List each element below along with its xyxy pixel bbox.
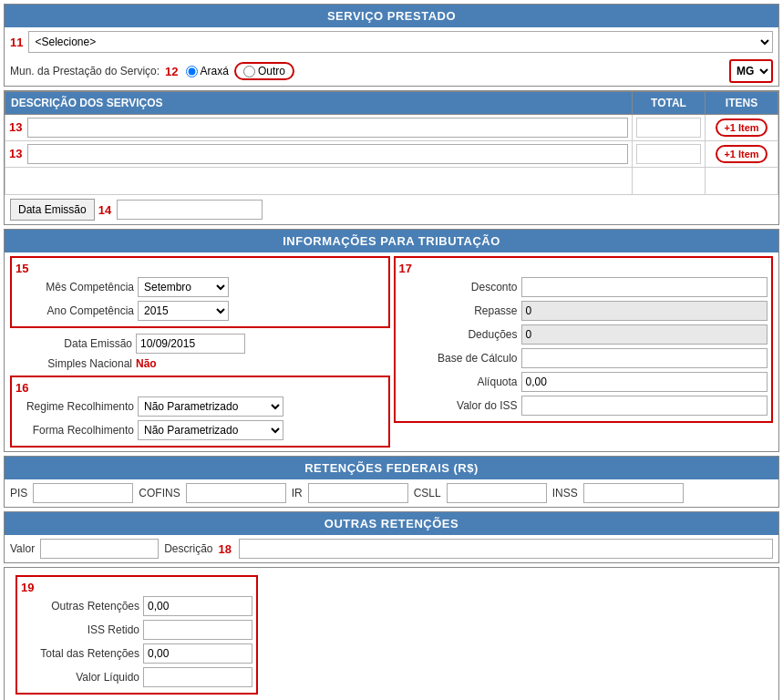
repasse-label: Repasse	[399, 304, 518, 317]
outras-ret-header: OUTRAS RETENÇÕES	[5, 512, 778, 535]
inss-label: INSS	[552, 487, 578, 499]
outras-ret-total-label: Outras Retenções	[21, 600, 139, 612]
iss-retido-input[interactable]	[143, 620, 252, 640]
item-btn-row1[interactable]: +1 Item	[716, 118, 767, 137]
ir-label: IR	[292, 487, 303, 499]
desconto-input[interactable]	[521, 277, 768, 297]
aliquota-label: Alíquota	[399, 376, 518, 388]
servico-number: 11	[10, 36, 23, 49]
retencoes-header: RETENÇÕES FEDERAIS (R$)	[5, 457, 778, 479]
base-label: Base de Cálculo	[399, 352, 518, 365]
radio-araxá-container: Araxá	[186, 65, 229, 77]
data-label: Data Emissão	[14, 337, 132, 350]
total-ret-input[interactable]	[143, 643, 252, 664]
deducoes-label: Deduções	[399, 328, 518, 341]
regime-label: Regime Recolhimento	[15, 400, 134, 413]
desc-col-header: DESCRIÇÃO DOS SERVIÇOS	[5, 92, 633, 115]
radio-araxá[interactable]	[186, 66, 198, 77]
state-select-container[interactable]: MG	[729, 59, 773, 83]
desc-row2-input[interactable]	[27, 144, 628, 164]
desc-row1-input[interactable]	[27, 118, 628, 138]
valor-liq-input[interactable]	[143, 667, 252, 687]
ano-label: Ano Competência	[15, 304, 134, 317]
pis-input[interactable]	[33, 483, 133, 503]
desc-row2-number: 13	[9, 147, 22, 160]
radio-araxá-label: Araxá	[201, 65, 229, 77]
mun-label: Mun. da Prestação do Serviço:	[10, 65, 160, 77]
iss-label: Valor do ISS	[399, 399, 518, 412]
csll-label: CSLL	[414, 487, 441, 499]
trib-number-right: 17	[399, 262, 412, 275]
pis-label: PIS	[10, 487, 27, 499]
total-col-header: TOTAL	[633, 92, 706, 115]
servico-select[interactable]: <Selecione>	[28, 31, 773, 53]
mun-number: 12	[165, 65, 178, 78]
simples-label: Simples Nacional	[14, 357, 132, 370]
csll-input[interactable]	[447, 483, 547, 503]
total-row1-input[interactable]	[636, 118, 701, 138]
base-input[interactable]	[521, 348, 768, 368]
itens-col-header: ITENS	[706, 92, 778, 115]
valor-label: Valor	[10, 542, 35, 555]
data-input[interactable]	[136, 334, 245, 354]
table-row: 13 +1 Item	[5, 141, 778, 168]
mes-select[interactable]: Setembro	[138, 277, 229, 297]
regime-select[interactable]: Não Parametrizado	[138, 396, 283, 417]
simples-value: Não	[136, 357, 157, 370]
table-row-empty	[5, 168, 778, 195]
cofins-input[interactable]	[186, 483, 286, 503]
desc-row1-number: 13	[9, 120, 22, 134]
valor-input[interactable]	[40, 539, 159, 559]
inss-input[interactable]	[583, 483, 684, 503]
radio-outro-container[interactable]: Outro	[234, 62, 294, 80]
valor-14: 14	[98, 203, 111, 217]
trib-number-regime: 16	[15, 381, 28, 395]
ir-input[interactable]	[308, 483, 408, 503]
state-select[interactable]: MG	[731, 61, 771, 81]
descricao-ret-label: Descrição	[164, 542, 212, 555]
table-row: 13 +1 Item	[5, 115, 778, 141]
valor-liq-label: Valor Líquido	[21, 671, 139, 684]
forma-select[interactable]: Não Parametrizado	[138, 420, 283, 440]
forma-label: Forma Recolhimento	[15, 424, 134, 437]
repasse-input[interactable]	[521, 301, 768, 321]
total-row2-input[interactable]	[636, 144, 701, 164]
item-btn-row2[interactable]: +1 Item	[716, 145, 767, 163]
totais-number: 19	[21, 581, 34, 594]
iss-retido-label: ISS Retido	[21, 623, 139, 636]
trib-number-left: 15	[15, 262, 28, 275]
servico-header: SERVIÇO PRESTADO	[5, 5, 778, 27]
valor-servicos-btn[interactable]: Data Emissão	[10, 199, 95, 221]
iss-input[interactable]	[521, 396, 768, 416]
radio-outro-label: Outro	[258, 65, 285, 77]
deducoes-input[interactable]	[521, 324, 768, 345]
radio-outro[interactable]	[243, 66, 255, 77]
ano-select[interactable]: 2015	[138, 301, 229, 321]
total-ret-label: Total das Retenções	[21, 647, 139, 660]
trib-header: INFORMAÇÕES PARA TRIBUTAÇÃO	[5, 230, 778, 252]
mes-label: Mês Competência	[15, 281, 134, 293]
outras-ret-total-input[interactable]	[143, 596, 252, 616]
aliquota-input[interactable]	[521, 372, 768, 392]
valor-servicos-input[interactable]	[117, 200, 263, 220]
outras-number: 18	[218, 542, 231, 556]
cofins-label: COFINS	[139, 487, 180, 499]
desconto-label: Desconto	[399, 281, 518, 293]
descricao-ret-input[interactable]	[239, 539, 773, 559]
